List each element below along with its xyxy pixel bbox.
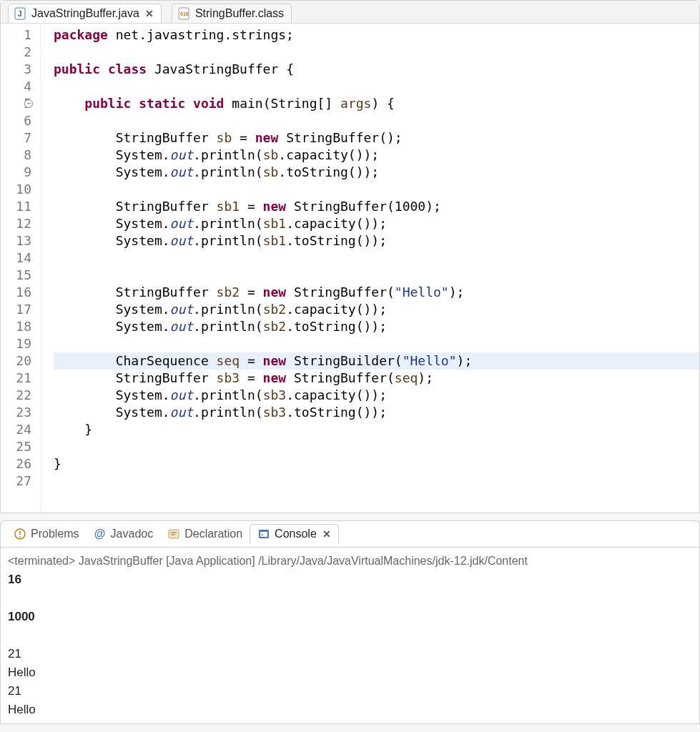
- code-line[interactable]: [54, 438, 699, 455]
- editor-tab[interactable]: 010StringBuffer.class: [172, 4, 292, 23]
- line-number: 25: [1, 438, 31, 455]
- console-status: <terminated> JavaStringBuffer [Java Appl…: [8, 552, 692, 570]
- code-line[interactable]: StringBuffer sb3 = new StringBuffer(seq)…: [54, 370, 699, 387]
- class-file-icon: 010: [178, 7, 191, 20]
- view-tab-console[interactable]: Console ✕: [250, 524, 339, 544]
- line-number: 11: [1, 198, 31, 215]
- code-line[interactable]: [54, 335, 699, 352]
- console-line: Hello: [8, 701, 692, 719]
- line-number: 9: [1, 164, 31, 181]
- tab-label: StringBuffer.class: [195, 7, 284, 20]
- line-number: 27: [1, 473, 31, 490]
- code-line[interactable]: [54, 112, 699, 129]
- console-output: 16 1000 21Hello21Hello: [8, 570, 692, 719]
- code-line[interactable]: System.out.println(sb2.toString());: [54, 318, 699, 335]
- line-number: 23: [1, 404, 31, 421]
- code-line[interactable]: package net.javastring.strings;: [54, 26, 699, 44]
- svg-rect-8: [260, 532, 267, 537]
- code-line[interactable]: [54, 181, 699, 198]
- close-icon[interactable]: ✕: [145, 8, 154, 19]
- console-line: 16: [8, 570, 692, 589]
- view-tab-declaration[interactable]: Declaration: [160, 525, 250, 543]
- console-view: <terminated> JavaStringBuffer [Java Appl…: [0, 547, 700, 724]
- console-icon: [257, 528, 270, 540]
- line-number: 2: [1, 44, 31, 61]
- line-number: 5−: [1, 95, 31, 112]
- view-tab-label: Javadoc: [111, 528, 154, 540]
- line-number: 14: [1, 249, 31, 267]
- code-line[interactable]: StringBuffer sb = new StringBuffer();: [54, 129, 699, 147]
- close-icon[interactable]: ✕: [322, 528, 331, 540]
- view-tab-label: Declaration: [184, 528, 242, 540]
- line-number: 16: [1, 284, 31, 301]
- console-line: 21: [8, 645, 692, 663]
- line-number: 13: [1, 232, 31, 249]
- code-line[interactable]: [54, 473, 699, 490]
- code-line[interactable]: [54, 249, 699, 267]
- code-editor[interactable]: 12345−6789101112131415161718192021222324…: [1, 24, 699, 513]
- code-line[interactable]: System.out.println(sb.toString());: [54, 164, 699, 181]
- code-line[interactable]: }: [54, 455, 699, 473]
- editor-tab[interactable]: JJavaStringBuffer.java✕: [8, 4, 162, 23]
- editor-tabs-bar: JJavaStringBuffer.java✕010StringBuffer.c…: [1, 1, 699, 24]
- view-tab-label: Problems: [31, 528, 79, 540]
- code-line[interactable]: }: [54, 421, 699, 438]
- declaration-icon: [167, 528, 180, 540]
- code-line[interactable]: System.out.println(sb.capacity());: [54, 147, 699, 164]
- svg-point-5: [19, 536, 21, 538]
- line-number: 26: [1, 455, 31, 473]
- code-line[interactable]: System.out.println(sb1.toString());: [54, 232, 699, 249]
- line-number: 24: [1, 421, 31, 438]
- line-number: 21: [1, 370, 31, 387]
- code-line[interactable]: [54, 44, 699, 61]
- view-tab-problems[interactable]: Problems: [6, 525, 87, 543]
- svg-rect-6: [169, 530, 179, 538]
- view-tab-label: Console: [275, 528, 317, 540]
- line-number: 10: [1, 181, 31, 198]
- line-number: 18: [1, 318, 31, 335]
- console-line: Hello: [8, 663, 692, 682]
- problems-icon: [14, 528, 26, 540]
- line-number: 3: [1, 61, 31, 78]
- bottom-panel: Problems@JavadocDeclarationConsole ✕ <te…: [0, 520, 700, 724]
- line-number: 19: [1, 335, 31, 352]
- fold-toggle-icon[interactable]: −: [24, 99, 33, 108]
- svg-text:J: J: [18, 10, 22, 18]
- java-file-icon: J: [14, 7, 27, 20]
- javadoc-icon: @: [94, 528, 107, 540]
- console-line: [8, 589, 692, 608]
- line-number: 4: [1, 78, 31, 95]
- code-line[interactable]: CharSequence seq = new StringBuilder("He…: [54, 352, 699, 370]
- editor-panel: JJavaStringBuffer.java✕010StringBuffer.c…: [0, 0, 700, 513]
- line-number: 15: [1, 267, 31, 284]
- code-line[interactable]: System.out.println(sb1.capacity());: [54, 215, 699, 232]
- code-line[interactable]: public static void main(String[] args) {: [54, 95, 699, 112]
- console-line: 21: [8, 682, 692, 701]
- svg-text:010: 010: [180, 11, 189, 16]
- line-number: 6: [1, 112, 31, 129]
- code-line[interactable]: [54, 267, 699, 284]
- view-tab-javadoc[interactable]: @Javadoc: [87, 525, 161, 543]
- line-number: 17: [1, 301, 31, 318]
- code-line[interactable]: StringBuffer sb2 = new StringBuffer("Hel…: [54, 284, 699, 301]
- console-line: [8, 626, 692, 645]
- line-number: 1: [1, 26, 31, 44]
- line-number: 8: [1, 147, 31, 164]
- tab-label: JavaStringBuffer.java: [31, 7, 139, 20]
- code-line[interactable]: public class JavaStringBuffer {: [54, 61, 699, 78]
- console-line: 1000: [8, 608, 692, 626]
- code-line[interactable]: System.out.println(sb3.toString());: [54, 404, 699, 421]
- code-content[interactable]: package net.javastring.strings; public c…: [41, 24, 699, 513]
- code-line[interactable]: System.out.println(sb2.capacity());: [54, 301, 699, 318]
- line-number: 20: [1, 352, 31, 370]
- line-gutter: 12345−6789101112131415161718192021222324…: [1, 24, 41, 513]
- views-tab-bar: Problems@JavadocDeclarationConsole ✕: [0, 520, 700, 547]
- line-number: 7: [1, 129, 31, 147]
- code-line[interactable]: StringBuffer sb1 = new StringBuffer(1000…: [54, 198, 699, 215]
- code-line[interactable]: [54, 78, 699, 95]
- code-line[interactable]: System.out.println(sb3.capacity());: [54, 387, 699, 404]
- line-number: 22: [1, 387, 31, 404]
- line-number: 12: [1, 215, 31, 232]
